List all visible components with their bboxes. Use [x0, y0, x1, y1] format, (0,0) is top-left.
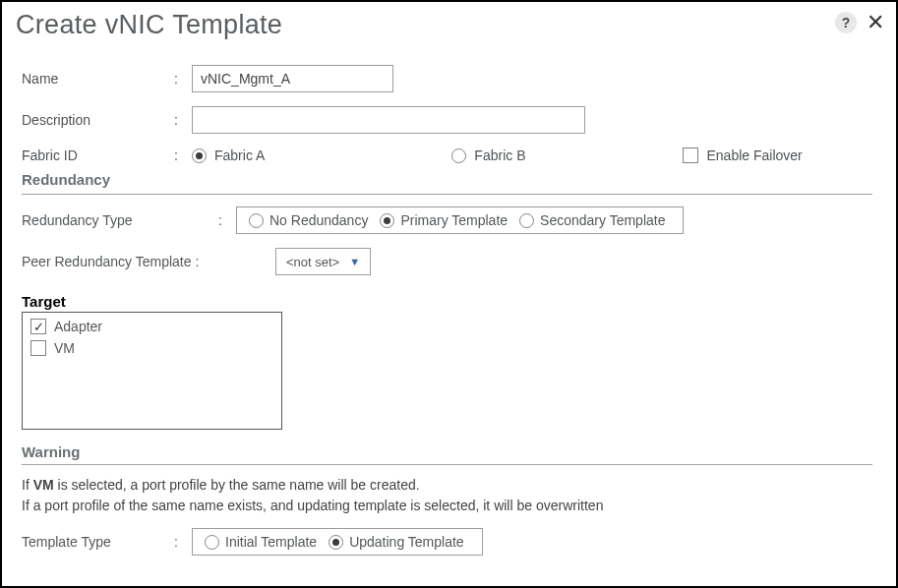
checkbox-icon: [30, 340, 46, 356]
redundancy-heading: Redundancy: [22, 171, 872, 188]
chevron-down-icon: ▼: [349, 256, 360, 267]
radio-icon: [192, 148, 207, 163]
fabric-id-label: Fabric ID: [22, 147, 174, 163]
radio-icon: [249, 213, 264, 228]
redundancy-type-group: No Redundancy Primary Template Secondary…: [236, 206, 684, 234]
enable-failover-label: Enable Failover: [706, 147, 802, 163]
radio-icon: [451, 148, 466, 163]
target-item-vm[interactable]: VM: [30, 340, 273, 356]
name-input[interactable]: [192, 65, 393, 92]
updating-template-label: Updating Template: [349, 534, 463, 550]
initial-template-radio[interactable]: Initial Template: [205, 534, 317, 550]
close-icon[interactable]: ✕: [867, 12, 884, 33]
template-type-group: Initial Template Updating Template: [192, 528, 483, 556]
target-item-label: Adapter: [54, 319, 102, 334]
target-heading: Target: [22, 293, 872, 310]
help-icon[interactable]: ?: [835, 12, 857, 33]
no-redundancy-label: No Redundancy: [269, 212, 368, 228]
dialog-title: Create vNIC Template: [16, 10, 835, 40]
warning-heading: Warning: [22, 443, 872, 460]
secondary-template-label: Secondary Template: [540, 212, 665, 228]
description-input[interactable]: [192, 106, 585, 134]
dialog-body: Name : Description : Fabric ID : Fabric …: [2, 51, 896, 582]
title-bar: Create vNIC Template ? ✕: [2, 2, 896, 40]
secondary-template-radio[interactable]: Secondary Template: [519, 212, 665, 228]
no-redundancy-radio[interactable]: No Redundancy: [249, 212, 368, 228]
peer-redundancy-value: <not set>: [286, 255, 339, 269]
create-vnic-template-dialog: Create vNIC Template ? ✕ Name : Descript…: [0, 0, 898, 588]
fabric-b-radio[interactable]: Fabric B: [451, 147, 525, 163]
radio-icon: [380, 213, 394, 228]
target-item-adapter[interactable]: Adapter: [30, 319, 273, 334]
updating-template-radio[interactable]: Updating Template: [329, 534, 463, 550]
checkbox-icon: [683, 147, 698, 163]
radio-icon: [205, 535, 219, 550]
target-list: Adapter VM: [22, 312, 282, 430]
radio-icon: [329, 535, 343, 550]
checkbox-icon: [30, 319, 46, 334]
primary-template-label: Primary Template: [400, 212, 508, 228]
fabric-a-radio[interactable]: Fabric A: [192, 147, 265, 163]
peer-redundancy-dropdown[interactable]: <not set> ▼: [275, 248, 371, 275]
primary-template-radio[interactable]: Primary Template: [380, 212, 508, 228]
redundancy-type-label: Redundancy Type: [22, 212, 218, 228]
radio-icon: [519, 213, 534, 228]
name-label: Name: [22, 71, 174, 87]
target-item-label: VM: [54, 340, 75, 356]
peer-redundancy-label: Peer Redundancy Template :: [22, 254, 236, 269]
initial-template-label: Initial Template: [225, 534, 317, 550]
fabric-b-label: Fabric B: [474, 147, 525, 163]
fabric-a-label: Fabric A: [214, 147, 265, 163]
enable-failover-checkbox[interactable]: Enable Failover: [683, 147, 802, 163]
template-type-label: Template Type: [22, 534, 174, 550]
description-label: Description: [22, 112, 174, 128]
warning-text: If VM is selected, a port profile by the…: [22, 475, 872, 516]
